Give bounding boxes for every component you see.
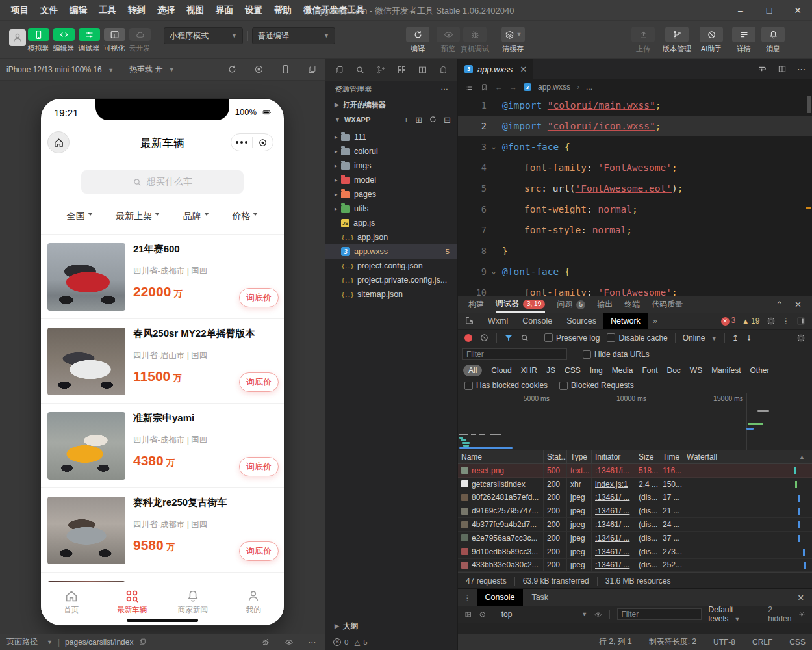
column-header-size[interactable]: Size xyxy=(635,450,659,463)
minimize-button[interactable]: – xyxy=(726,5,755,16)
preview-eye-icon[interactable] xyxy=(285,638,294,647)
filter-pill-img[interactable]: Img xyxy=(590,366,603,375)
panel-tab-终端[interactable]: 终端 xyxy=(624,296,640,313)
clear-console-icon[interactable] xyxy=(479,610,486,619)
inspect-element-icon[interactable] xyxy=(464,316,474,326)
panel-tab-问题[interactable]: 问题5 xyxy=(557,296,585,313)
warning-badge-icon[interactable]: ▲ xyxy=(742,317,749,325)
split-editor-icon[interactable] xyxy=(778,64,787,73)
layout-icon[interactable] xyxy=(418,65,427,75)
tree-item-project.config.json[interactable]: {..}project.config.json xyxy=(325,259,457,273)
project-mode-select[interactable]: 小程序模式▼ xyxy=(164,27,243,44)
menu-item[interactable]: 文件 xyxy=(34,5,64,16)
tree-item-111[interactable]: ▸111 xyxy=(325,130,457,144)
filter-funnel-icon[interactable] xyxy=(504,333,513,343)
inspector-tab-console[interactable]: Console xyxy=(515,313,559,329)
tree-item-sitemap.json[interactable]: {..}sitemap.json xyxy=(325,287,457,302)
filter-pill-other[interactable]: Other xyxy=(750,366,770,375)
toolbar-模拟器-button[interactable]: 模拟器 xyxy=(24,21,53,53)
record-button[interactable] xyxy=(464,334,472,342)
clear-icon[interactable] xyxy=(479,333,489,343)
menu-item[interactable]: 界面 xyxy=(210,5,239,16)
menu-item[interactable]: 编辑 xyxy=(64,5,93,16)
filter-最新上架[interactable]: 最新上架 xyxy=(116,211,160,222)
inspector-tab-sources[interactable]: Sources xyxy=(559,313,603,329)
toolbar-AI助手-button[interactable]: AI助手 xyxy=(696,21,727,54)
collapse-panel-icon[interactable]: ⌃ xyxy=(776,300,783,309)
tree-item-model[interactable]: ▸model xyxy=(325,173,457,187)
breadcrumb-file[interactable]: app.wxss xyxy=(538,83,570,92)
panel-tab-构建[interactable]: 构建 xyxy=(468,296,484,313)
multi-window-icon[interactable] xyxy=(307,64,317,74)
panel-tab-输出[interactable]: 输出 xyxy=(597,296,613,313)
restart-icon[interactable] xyxy=(227,64,237,74)
source-control-icon[interactable] xyxy=(376,65,386,75)
more-actions-icon[interactable]: ⋯ xyxy=(441,84,449,94)
console-filter-input[interactable] xyxy=(617,608,702,620)
request-row[interactable]: 9d10edb8589cc3...200jpeg:13461/ ...(dis.… xyxy=(458,545,812,559)
devtools-menu-icon[interactable]: ⋮ xyxy=(782,316,791,326)
column-header-time[interactable]: Time xyxy=(659,450,683,463)
word-wrap-icon[interactable] xyxy=(757,64,767,74)
live-expression-eye-icon[interactable] xyxy=(594,610,602,619)
tab-我的[interactable]: 我的 xyxy=(223,582,285,621)
close-button[interactable]: ✕ xyxy=(783,5,812,16)
outline-section[interactable]: ▶大纲 xyxy=(325,619,457,633)
project-root-section[interactable]: ▼WXAPP + ⊞ ⊟ xyxy=(325,112,457,127)
status-more-icon[interactable]: ⋯ xyxy=(308,638,316,647)
filter-品牌[interactable]: 品牌 xyxy=(183,211,209,222)
close-panel-icon[interactable]: ✕ xyxy=(794,300,802,309)
request-row[interactable]: reset.png500text...:13461/i...518...116.… xyxy=(458,464,812,478)
tree-item-project.private.config.js...[interactable]: {..}project.private.config.js... xyxy=(325,273,457,287)
column-header-stat[interactable]: Stat... xyxy=(544,450,567,463)
filter-pill-xhr[interactable]: XHR xyxy=(521,366,537,375)
filter-pill-ws[interactable]: WS xyxy=(690,366,702,375)
tree-item-app.wxss[interactable]: 3app.wxss5 xyxy=(325,244,457,259)
toolbar-消息-button[interactable]: 消息 xyxy=(760,21,786,54)
panel-tab-调试器[interactable]: 调试器3, 19 xyxy=(496,296,545,313)
puppet-icon[interactable] xyxy=(438,65,448,75)
menu-item[interactable]: 项目 xyxy=(5,5,34,16)
error-badge-icon[interactable]: ✕ xyxy=(721,317,730,326)
filter-价格[interactable]: 价格 xyxy=(232,211,258,222)
files-icon[interactable] xyxy=(335,65,344,75)
nav-back-icon[interactable]: ← xyxy=(495,83,503,92)
network-filter-input[interactable] xyxy=(462,348,567,360)
request-row[interactable]: getcarslistindex200xhrindex.js:12.4 ...1… xyxy=(458,478,812,491)
bookmark-icon[interactable] xyxy=(480,83,488,92)
panel-tab-代码质量[interactable]: 代码质量 xyxy=(652,296,683,313)
blocked-requests-checkbox[interactable]: Blocked Requests xyxy=(559,381,634,390)
request-row[interactable]: d9169c25795747...200jpeg:13461/ ...(dis.… xyxy=(458,504,812,518)
ask-price-button[interactable]: 询底价 xyxy=(239,372,279,392)
tab-最新车辆[interactable]: 最新车辆 xyxy=(102,582,163,621)
inspector-tab-network[interactable]: Network xyxy=(603,313,648,329)
ask-price-button[interactable]: 询底价 xyxy=(239,457,279,476)
request-row[interactable]: e2e7956aa7cc3c...200jpeg:13461/ ...(dis.… xyxy=(458,532,812,545)
filter-pill-js[interactable]: JS xyxy=(546,366,555,375)
tree-item-imgs[interactable]: ▸imgs xyxy=(325,159,457,173)
exit-button[interactable] xyxy=(253,138,273,148)
column-header-name[interactable]: Name xyxy=(458,450,544,463)
device-frame-icon[interactable] xyxy=(281,64,290,74)
menu-item[interactable]: 视图 xyxy=(181,5,210,16)
new-file-icon[interactable]: + xyxy=(404,115,409,125)
console-settings-icon[interactable] xyxy=(798,610,806,619)
search-bar[interactable]: 想买什么车 xyxy=(81,170,244,194)
toolbar-清缓存-button[interactable]: ▼清缓存 xyxy=(492,21,535,54)
has-blocked-cookies-checkbox[interactable]: Has blocked cookies xyxy=(464,381,548,390)
tab-app-wxss[interactable]: 3 app.wxss ✕ xyxy=(458,58,533,79)
collapse-all-icon[interactable]: ⊟ xyxy=(444,115,451,125)
column-header-type[interactable]: Type xyxy=(567,450,592,463)
log-levels-select[interactable]: Default levels ▼ xyxy=(709,605,754,623)
request-row[interactable]: 433bb33e0a30c2...200jpeg:13461/ ...(dis.… xyxy=(458,559,812,573)
menu-item[interactable]: 选择 xyxy=(151,5,181,16)
filter-全国[interactable]: 全国 xyxy=(67,211,93,222)
toolbar-编辑器-button[interactable]: 编辑器 xyxy=(49,21,78,53)
stop-record-icon[interactable] xyxy=(254,64,264,74)
filter-pill-all[interactable]: All xyxy=(463,365,482,376)
menu-item[interactable]: 设置 xyxy=(239,5,268,16)
disable-cache-checkbox[interactable]: Disable cache xyxy=(607,333,667,343)
column-header-waterfall[interactable]: Waterfall▲ xyxy=(683,450,812,463)
open-editors-section[interactable]: ▶打开的编辑器 xyxy=(325,98,457,112)
close-tab-icon[interactable]: ✕ xyxy=(520,64,527,74)
